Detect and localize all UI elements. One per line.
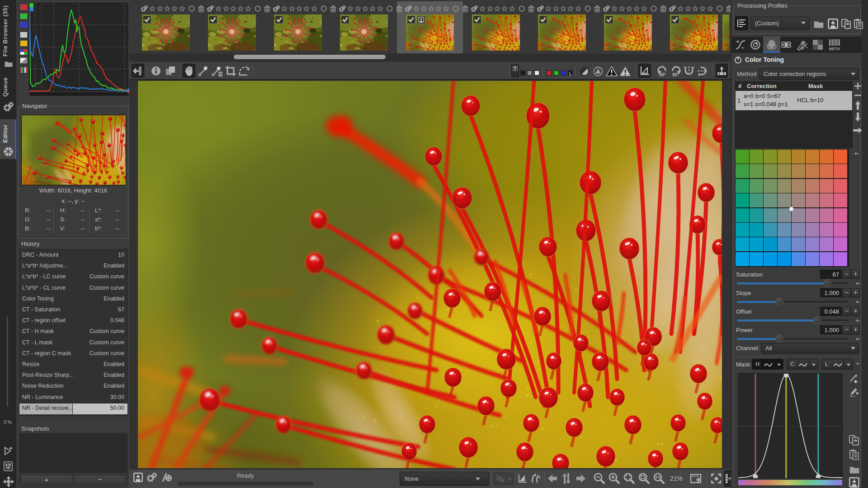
svg-text:90°: 90°	[672, 72, 679, 77]
svg-text:90°: 90°	[659, 72, 666, 77]
svg-text:META: META	[829, 47, 840, 51]
